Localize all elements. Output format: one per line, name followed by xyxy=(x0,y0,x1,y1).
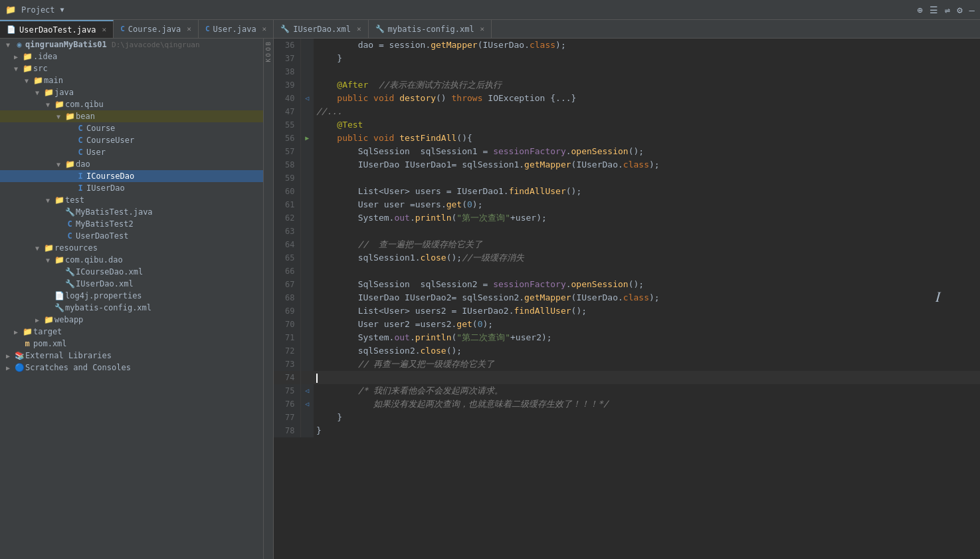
label-target: target xyxy=(33,327,62,336)
tree-item-user[interactable]: C User xyxy=(0,146,263,158)
line-number: 65 xyxy=(274,251,300,265)
line-number: 61 xyxy=(274,198,300,211)
table-row: 61 User user =users.get(0); xyxy=(274,198,980,211)
line-gutter xyxy=(300,424,314,437)
add-icon[interactable]: ⊕ xyxy=(917,5,922,15)
tree-item-test[interactable]: ▼ 📁 test xyxy=(0,194,263,206)
tree-item-pom[interactable]: m pom.xml xyxy=(0,338,263,350)
table-row: 47 //... xyxy=(274,105,980,118)
code-editor[interactable]: 36 dao = session.getMapper(IUserDao.clas… xyxy=(274,39,980,559)
tree-item-target[interactable]: ▶ 📁 target xyxy=(0,326,263,338)
tree-item-main[interactable]: ▼ 📁 main xyxy=(0,74,263,86)
tab-label-userdaotest: UserDaoTest.java xyxy=(19,25,96,35)
line-number: 66 xyxy=(274,265,300,278)
tree-item-scratches[interactable]: ▶ 🔵 Scratches and Consoles xyxy=(0,362,263,374)
tab-label-course: Course.java xyxy=(128,25,181,34)
tree-item-idea[interactable]: ▶ 📁 .idea xyxy=(0,51,263,62)
icon-iuserxml: 🔧 xyxy=(64,279,76,288)
table-row: 77 } xyxy=(274,411,980,424)
tree-item-icourse[interactable]: I ICourseDao xyxy=(0,170,263,182)
tab-iuserdao-xml[interactable]: 🔧 IUserDao.xml ✕ xyxy=(274,20,368,38)
icon-icoursexml: 🔧 xyxy=(64,267,76,277)
tree-item-mybatistest2[interactable]: C MyBatisTest2 xyxy=(0,218,263,230)
bookmark-3: O xyxy=(265,53,272,56)
line-content xyxy=(314,171,980,185)
top-bar: 📁 Project ▼ ⊕ ☰ ⇌ ⚙ — xyxy=(0,0,980,20)
label-java: java xyxy=(54,88,74,97)
tree-item-java[interactable]: ▼ 📁 java xyxy=(0,86,263,98)
tab-course[interactable]: C Course.java ✕ xyxy=(114,20,199,38)
tab-user[interactable]: C User.java ✕ xyxy=(199,20,274,38)
tree-item-extlibs[interactable]: ▶ 📚 External Libraries xyxy=(0,350,263,362)
line-content: SqlSession sqlSession1 = sessionFactory.… xyxy=(314,145,980,158)
table-row: 71 System.out.println("第二次查询"+user2); xyxy=(274,331,980,344)
table-row: 55 @Test xyxy=(274,118,980,132)
table-row: 72 sqlSession2.close(); xyxy=(274,344,980,358)
table-row: 70 User user2 =users2.get(0); xyxy=(274,318,980,331)
label-courseuser: CourseUser xyxy=(86,136,134,145)
tree-item-mybatisconfig[interactable]: 🔧 mybatis-config.xml xyxy=(0,302,263,314)
label-main: main xyxy=(44,76,63,85)
icon-icourse: I xyxy=(74,171,86,181)
tree-item-comqibdao[interactable]: ▼ 📁 com.qibu.dao xyxy=(0,254,263,266)
table-row: 66 xyxy=(274,265,980,278)
line-gutter xyxy=(300,118,314,132)
label-mybatistest2: MyBatisTest2 xyxy=(76,219,134,229)
tree-item-qingruan[interactable]: ▼ ◉ qingruanMyBatis01 D:\javacode\qingru… xyxy=(0,39,263,51)
table-row: 65 sqlSession1.close();//一级缓存消失 xyxy=(274,251,980,265)
line-content: } xyxy=(314,411,980,424)
minimize-icon[interactable]: — xyxy=(969,5,975,15)
line-content: IUserDao IUserDao2= sqlSession2.getMappe… xyxy=(314,291,980,304)
list-icon[interactable]: ☰ xyxy=(930,5,938,15)
line-gutter xyxy=(300,358,314,371)
tree-item-mybatistest[interactable]: 🔧 MyBatisTest.java xyxy=(0,206,263,218)
tree-item-src[interactable]: ▼ 📁 src xyxy=(0,62,263,74)
tree-item-course[interactable]: C Course xyxy=(0,122,263,134)
table-row: 74 xyxy=(274,371,980,384)
line-content: System.out.println("第二次查询"+user2); xyxy=(314,331,980,344)
icon-main: 📁 xyxy=(32,76,44,85)
tab-close-iuserdao-xml[interactable]: ✕ xyxy=(357,25,361,33)
tab-close-user[interactable]: ✕ xyxy=(262,25,267,33)
arrow-java: ▼ xyxy=(32,89,43,96)
settings-icon[interactable]: ⚙ xyxy=(957,5,962,15)
tree-item-courseuser[interactable]: C CourseUser xyxy=(0,134,263,146)
tree-item-log4j[interactable]: 📄 log4j.properties xyxy=(0,290,263,302)
line-content: List<User> users2 = IUserDao2.findAllUse… xyxy=(314,304,980,318)
bookmark-2: O xyxy=(265,47,272,51)
line-content: @Test xyxy=(314,118,980,132)
tab-userdaotest[interactable]: 📄 UserDaoTest.java ✕ xyxy=(0,20,114,38)
tree-item-icoursexml[interactable]: 🔧 ICourseDao.xml xyxy=(0,266,263,278)
label-test: test xyxy=(65,195,84,205)
tab-close-userdaotest[interactable]: ✕ xyxy=(102,25,107,34)
dropdown-arrow[interactable]: ▼ xyxy=(60,6,64,13)
line-number: 72 xyxy=(274,344,300,358)
table-row: 59 xyxy=(274,171,980,185)
tree-item-dao[interactable]: ▼ 📁 dao xyxy=(0,158,263,170)
tab-mybatis-config[interactable]: 🔧 mybatis-config.xml ✕ xyxy=(369,20,492,38)
tab-close-course[interactable]: ✕ xyxy=(187,25,191,33)
tree-item-iuser[interactable]: I IUserDao xyxy=(0,182,263,194)
label-dao: dao xyxy=(76,160,90,169)
sort-icon[interactable]: ⇌ xyxy=(945,5,950,15)
tree-item-webapp[interactable]: ▶ 📁 webapp xyxy=(0,314,263,326)
tab-close-mybatis-config[interactable]: ✕ xyxy=(480,25,485,33)
label-comqibdao: com.qibu.dao xyxy=(65,255,123,265)
tree-item-comqibu[interactable]: ▼ 📁 com.qibu xyxy=(0,98,263,110)
tree-item-bean[interactable]: ▼ 📁 bean xyxy=(0,110,263,122)
line-content: SqlSession sqlSession2 = sessionFactory.… xyxy=(314,278,980,291)
line-content: User user2 =users2.get(0); xyxy=(314,318,980,331)
tree-item-iuserxml[interactable]: 🔧 IUserDao.xml xyxy=(0,278,263,290)
icon-idea: 📁 xyxy=(21,52,33,61)
tree-item-userdaotest[interactable]: C UserDaoTest xyxy=(0,230,263,242)
table-row: 39 @After //表示在测试方法执行之后执行 xyxy=(274,78,980,92)
line-gutter xyxy=(300,65,314,78)
icon-mybatistest: 🔧 xyxy=(64,207,76,217)
line-gutter: ◁ xyxy=(300,92,314,105)
line-number: 76 xyxy=(274,397,300,411)
tree-item-resources[interactable]: ▼ 📁 resources xyxy=(0,242,263,254)
table-row: 40 ◁ public void destory() throws IOExce… xyxy=(274,92,980,105)
line-gutter xyxy=(300,291,314,304)
label-mybatisconfig: mybatis-config.xml xyxy=(65,303,151,312)
table-row: 57 SqlSession sqlSession1 = sessionFacto… xyxy=(274,145,980,158)
